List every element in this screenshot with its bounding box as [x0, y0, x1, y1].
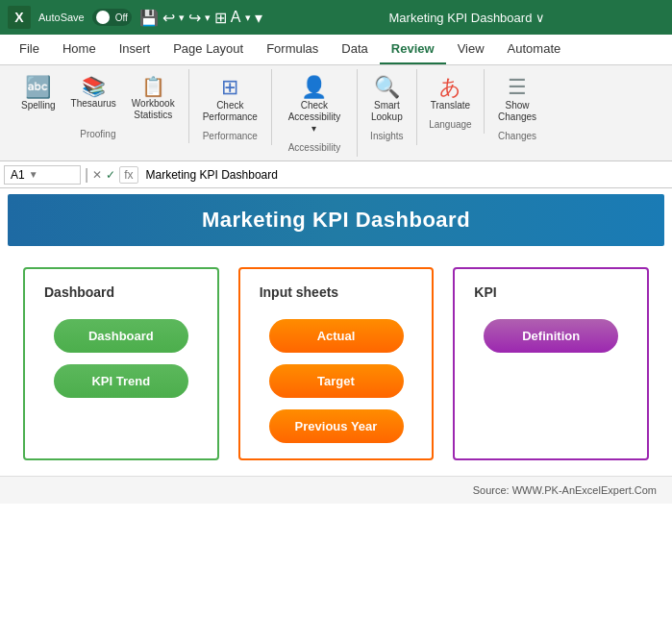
- proofing-items: 🔤 Spelling 📚 Thesaurus 📋 Workbook Statis…: [15, 73, 181, 125]
- proofing-group-label: Proofing: [15, 129, 181, 139]
- menu-formulas[interactable]: Formulas: [255, 35, 330, 64]
- formula-input[interactable]: [142, 166, 669, 184]
- font-color-icon[interactable]: A: [231, 9, 241, 26]
- spelling-icon: 🔤: [25, 77, 51, 98]
- formula-bar-separator-1: |: [85, 166, 88, 184]
- menu-view[interactable]: View: [446, 35, 496, 64]
- target-button[interactable]: Target: [269, 364, 404, 398]
- accessibility-group-label: Accessibility: [280, 142, 349, 153]
- function-insert-icon[interactable]: fx: [119, 166, 137, 184]
- previous-year-button[interactable]: Previous Year: [269, 409, 404, 443]
- translate-icon: あ: [439, 77, 461, 98]
- excel-logo: X: [8, 6, 31, 29]
- source-text: Source: WWW.PK-AnExcelExpert.Com: [473, 484, 657, 496]
- definition-button[interactable]: Definition: [484, 319, 618, 353]
- insights-group-label: Insights: [365, 131, 409, 141]
- formula-bar: A1 ▼ | ✕ ✓ fx: [0, 161, 672, 188]
- ribbon-group-performance: ⊞ Check Performance Performance: [189, 69, 272, 145]
- redo-icon[interactable]: ↪: [188, 9, 201, 27]
- insights-items: 🔍 SmartLookup: [365, 73, 409, 127]
- changes-items: ☰ ShowChanges: [492, 73, 542, 127]
- ribbon-group-insights: 🔍 SmartLookup Insights: [358, 69, 417, 145]
- smart-lookup-button[interactable]: 🔍 SmartLookup: [365, 73, 409, 127]
- menu-home[interactable]: Home: [51, 35, 108, 64]
- show-changes-icon: ☰: [508, 77, 527, 98]
- performance-group-label: Performance: [197, 131, 263, 141]
- cancel-formula-icon[interactable]: ✕: [92, 168, 102, 182]
- menu-bar: File Home Insert Page Layout Formulas Da…: [0, 35, 672, 65]
- confirm-formula-icon[interactable]: ✓: [106, 168, 115, 182]
- ribbon-group-changes: ☰ ShowChanges Changes: [485, 69, 550, 145]
- language-items: あ Translate: [425, 73, 476, 115]
- cell-ref-dropdown-icon[interactable]: ▼: [29, 169, 38, 180]
- workbook-statistics-button[interactable]: 📋 Workbook Statistics: [126, 73, 181, 125]
- show-changes-label: ShowChanges: [498, 100, 536, 123]
- card-dashboard-title: Dashboard: [44, 284, 114, 300]
- show-changes-button[interactable]: ☰ ShowChanges: [492, 73, 542, 127]
- grid-icon[interactable]: ⊞: [214, 9, 227, 27]
- thesaurus-label: Thesaurus: [71, 98, 116, 110]
- thesaurus-icon: 📚: [82, 77, 106, 96]
- performance-items: ⊞ Check Performance: [197, 73, 263, 127]
- card-kpi-title: KPI: [474, 284, 496, 300]
- smart-lookup-label: SmartLookup: [371, 100, 403, 123]
- thesaurus-button[interactable]: 📚 Thesaurus: [65, 73, 122, 113]
- dashboard-button[interactable]: Dashboard: [54, 319, 188, 353]
- check-performance-icon: ⊞: [221, 77, 238, 98]
- workbook-stats-label: Workbook Statistics: [132, 98, 175, 121]
- card-input-sheets-title: Input sheets: [260, 284, 338, 300]
- spelling-label: Spelling: [21, 100, 56, 111]
- toggle-thumb: [96, 11, 110, 24]
- cell-reference-box[interactable]: A1 ▼: [4, 165, 81, 185]
- card-input-sheets: Input sheets Actual Target Previous Year: [238, 267, 435, 460]
- menu-file[interactable]: File: [8, 35, 51, 64]
- actual-button[interactable]: Actual: [269, 319, 404, 353]
- menu-page-layout[interactable]: Page Layout: [162, 35, 255, 64]
- window-title: Marketing KPI Dashboard ∨: [270, 11, 664, 25]
- ribbon-group-accessibility: 👤 CheckAccessibility ▾ Accessibility: [272, 69, 358, 157]
- spreadsheet-content: Marketing KPI Dashboard Dashboard Dashbo…: [0, 194, 672, 504]
- autosave-label: AutoSave: [38, 12, 85, 23]
- ribbon-group-language: あ Translate Language: [417, 69, 485, 134]
- autosave-toggle[interactable]: Off: [92, 9, 132, 26]
- ribbon: 🔤 Spelling 📚 Thesaurus 📋 Workbook Statis…: [0, 65, 672, 161]
- quick-access-toolbar: 💾 ↩ ▾ ↪ ▾ ⊞ A ▾ ▾: [139, 9, 262, 27]
- check-performance-button[interactable]: ⊞ Check Performance: [197, 73, 263, 127]
- cell-ref-value: A1: [11, 168, 25, 182]
- customize-icon[interactable]: ▾: [255, 9, 262, 27]
- kpi-trend-button[interactable]: KPI Trend: [54, 364, 188, 398]
- menu-insert[interactable]: Insert: [108, 35, 162, 64]
- translate-button[interactable]: あ Translate: [425, 73, 476, 115]
- save-icon[interactable]: 💾: [139, 9, 159, 27]
- workbook-stats-icon: 📋: [141, 77, 165, 96]
- menu-review[interactable]: Review: [380, 35, 446, 64]
- check-accessibility-button[interactable]: 👤 CheckAccessibility ▾: [280, 73, 349, 138]
- language-group-label: Language: [425, 119, 476, 130]
- accessibility-items: 👤 CheckAccessibility ▾: [280, 73, 349, 138]
- source-footer: Source: WWW.PK-AnExcelExpert.Com: [0, 476, 672, 504]
- card-dashboard: Dashboard Dashboard KPI Trend: [23, 267, 219, 460]
- menu-automate[interactable]: Automate: [496, 35, 573, 64]
- changes-group-label: Changes: [492, 131, 542, 141]
- dashboard-header: Marketing KPI Dashboard: [8, 194, 664, 246]
- check-accessibility-icon: 👤: [301, 77, 327, 98]
- check-accessibility-label: CheckAccessibility ▾: [286, 100, 343, 135]
- translate-label: Translate: [431, 100, 470, 111]
- undo-icon[interactable]: ↩: [162, 9, 175, 27]
- title-bar: X AutoSave Off 💾 ↩ ▾ ↪ ▾ ⊞ A ▾ ▾ Marketi…: [0, 0, 672, 35]
- cards-section: Dashboard Dashboard KPI Trend Input shee…: [0, 252, 672, 476]
- menu-data[interactable]: Data: [330, 35, 379, 64]
- check-performance-label: Check Performance: [203, 100, 258, 123]
- ribbon-group-proofing: 🔤 Spelling 📚 Thesaurus 📋 Workbook Statis…: [8, 69, 189, 143]
- spelling-button[interactable]: 🔤 Spelling: [15, 73, 62, 115]
- smart-lookup-icon: 🔍: [374, 77, 400, 98]
- card-kpi: KPI Definition: [453, 267, 649, 460]
